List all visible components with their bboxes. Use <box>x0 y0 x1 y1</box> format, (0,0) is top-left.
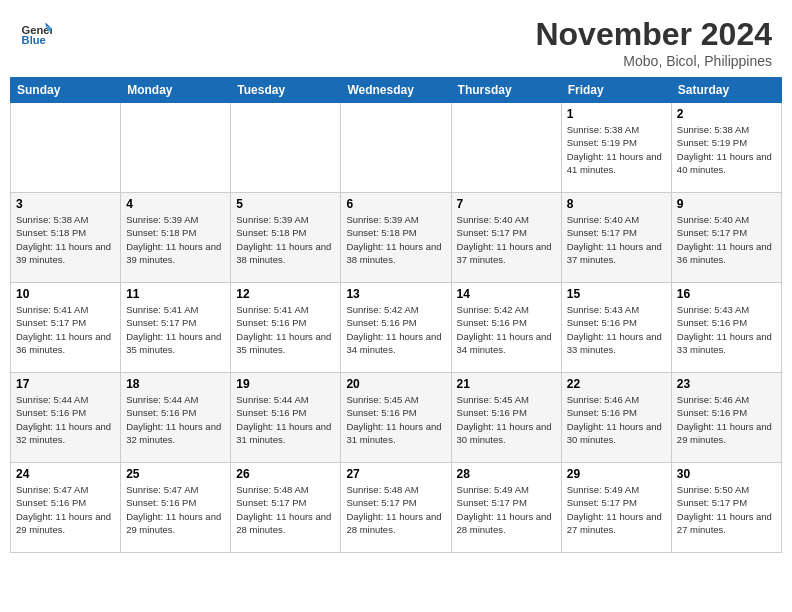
calendar-cell: 2Sunrise: 5:38 AM Sunset: 5:19 PM Daylig… <box>671 103 781 193</box>
day-detail: Sunrise: 5:44 AM Sunset: 5:16 PM Dayligh… <box>236 393 335 446</box>
day-number: 12 <box>236 287 335 301</box>
calendar-cell <box>341 103 451 193</box>
month-title: November 2024 <box>535 16 772 53</box>
day-number: 5 <box>236 197 335 211</box>
day-detail: Sunrise: 5:44 AM Sunset: 5:16 PM Dayligh… <box>16 393 115 446</box>
calendar-cell <box>451 103 561 193</box>
weekday-header-row: SundayMondayTuesdayWednesdayThursdayFrid… <box>11 78 782 103</box>
calendar-table: SundayMondayTuesdayWednesdayThursdayFrid… <box>10 77 782 553</box>
svg-text:Blue: Blue <box>22 34 46 46</box>
calendar-cell: 30Sunrise: 5:50 AM Sunset: 5:17 PM Dayli… <box>671 463 781 553</box>
day-number: 23 <box>677 377 776 391</box>
day-number: 24 <box>16 467 115 481</box>
calendar-cell: 1Sunrise: 5:38 AM Sunset: 5:19 PM Daylig… <box>561 103 671 193</box>
day-number: 13 <box>346 287 445 301</box>
day-number: 8 <box>567 197 666 211</box>
calendar-cell: 24Sunrise: 5:47 AM Sunset: 5:16 PM Dayli… <box>11 463 121 553</box>
calendar-week-5: 24Sunrise: 5:47 AM Sunset: 5:16 PM Dayli… <box>11 463 782 553</box>
day-detail: Sunrise: 5:45 AM Sunset: 5:16 PM Dayligh… <box>457 393 556 446</box>
day-detail: Sunrise: 5:46 AM Sunset: 5:16 PM Dayligh… <box>677 393 776 446</box>
day-detail: Sunrise: 5:45 AM Sunset: 5:16 PM Dayligh… <box>346 393 445 446</box>
day-number: 4 <box>126 197 225 211</box>
day-detail: Sunrise: 5:38 AM Sunset: 5:19 PM Dayligh… <box>677 123 776 176</box>
location: Mobo, Bicol, Philippines <box>535 53 772 69</box>
day-detail: Sunrise: 5:49 AM Sunset: 5:17 PM Dayligh… <box>457 483 556 536</box>
calendar-cell: 21Sunrise: 5:45 AM Sunset: 5:16 PM Dayli… <box>451 373 561 463</box>
calendar-week-3: 10Sunrise: 5:41 AM Sunset: 5:17 PM Dayli… <box>11 283 782 373</box>
day-number: 9 <box>677 197 776 211</box>
day-detail: Sunrise: 5:41 AM Sunset: 5:16 PM Dayligh… <box>236 303 335 356</box>
calendar-cell: 27Sunrise: 5:48 AM Sunset: 5:17 PM Dayli… <box>341 463 451 553</box>
calendar-cell: 19Sunrise: 5:44 AM Sunset: 5:16 PM Dayli… <box>231 373 341 463</box>
day-number: 20 <box>346 377 445 391</box>
page-header: General Blue November 2024 Mobo, Bicol, … <box>0 0 792 77</box>
day-number: 15 <box>567 287 666 301</box>
day-number: 10 <box>16 287 115 301</box>
calendar-cell: 4Sunrise: 5:39 AM Sunset: 5:18 PM Daylig… <box>121 193 231 283</box>
day-detail: Sunrise: 5:46 AM Sunset: 5:16 PM Dayligh… <box>567 393 666 446</box>
calendar-cell: 9Sunrise: 5:40 AM Sunset: 5:17 PM Daylig… <box>671 193 781 283</box>
calendar-cell: 25Sunrise: 5:47 AM Sunset: 5:16 PM Dayli… <box>121 463 231 553</box>
day-detail: Sunrise: 5:43 AM Sunset: 5:16 PM Dayligh… <box>567 303 666 356</box>
calendar-cell <box>231 103 341 193</box>
day-number: 17 <box>16 377 115 391</box>
day-detail: Sunrise: 5:50 AM Sunset: 5:17 PM Dayligh… <box>677 483 776 536</box>
day-detail: Sunrise: 5:47 AM Sunset: 5:16 PM Dayligh… <box>126 483 225 536</box>
title-section: November 2024 Mobo, Bicol, Philippines <box>535 16 772 69</box>
calendar-cell: 15Sunrise: 5:43 AM Sunset: 5:16 PM Dayli… <box>561 283 671 373</box>
day-detail: Sunrise: 5:41 AM Sunset: 5:17 PM Dayligh… <box>126 303 225 356</box>
day-number: 18 <box>126 377 225 391</box>
day-detail: Sunrise: 5:40 AM Sunset: 5:17 PM Dayligh… <box>567 213 666 266</box>
day-number: 1 <box>567 107 666 121</box>
calendar-cell: 26Sunrise: 5:48 AM Sunset: 5:17 PM Dayli… <box>231 463 341 553</box>
calendar-cell: 6Sunrise: 5:39 AM Sunset: 5:18 PM Daylig… <box>341 193 451 283</box>
day-detail: Sunrise: 5:48 AM Sunset: 5:17 PM Dayligh… <box>236 483 335 536</box>
day-detail: Sunrise: 5:39 AM Sunset: 5:18 PM Dayligh… <box>346 213 445 266</box>
calendar-week-4: 17Sunrise: 5:44 AM Sunset: 5:16 PM Dayli… <box>11 373 782 463</box>
day-detail: Sunrise: 5:44 AM Sunset: 5:16 PM Dayligh… <box>126 393 225 446</box>
calendar-cell: 29Sunrise: 5:49 AM Sunset: 5:17 PM Dayli… <box>561 463 671 553</box>
logo-icon: General Blue <box>20 16 52 48</box>
day-detail: Sunrise: 5:42 AM Sunset: 5:16 PM Dayligh… <box>346 303 445 356</box>
calendar-week-2: 3Sunrise: 5:38 AM Sunset: 5:18 PM Daylig… <box>11 193 782 283</box>
day-number: 11 <box>126 287 225 301</box>
day-number: 7 <box>457 197 556 211</box>
calendar-cell: 12Sunrise: 5:41 AM Sunset: 5:16 PM Dayli… <box>231 283 341 373</box>
weekday-header-friday: Friday <box>561 78 671 103</box>
calendar-wrapper: SundayMondayTuesdayWednesdayThursdayFrid… <box>0 77 792 563</box>
calendar-week-1: 1Sunrise: 5:38 AM Sunset: 5:19 PM Daylig… <box>11 103 782 193</box>
day-detail: Sunrise: 5:47 AM Sunset: 5:16 PM Dayligh… <box>16 483 115 536</box>
day-detail: Sunrise: 5:48 AM Sunset: 5:17 PM Dayligh… <box>346 483 445 536</box>
day-number: 27 <box>346 467 445 481</box>
calendar-cell: 18Sunrise: 5:44 AM Sunset: 5:16 PM Dayli… <box>121 373 231 463</box>
calendar-cell: 3Sunrise: 5:38 AM Sunset: 5:18 PM Daylig… <box>11 193 121 283</box>
calendar-header: SundayMondayTuesdayWednesdayThursdayFrid… <box>11 78 782 103</box>
day-detail: Sunrise: 5:38 AM Sunset: 5:19 PM Dayligh… <box>567 123 666 176</box>
weekday-header-saturday: Saturday <box>671 78 781 103</box>
day-detail: Sunrise: 5:38 AM Sunset: 5:18 PM Dayligh… <box>16 213 115 266</box>
weekday-header-tuesday: Tuesday <box>231 78 341 103</box>
weekday-header-thursday: Thursday <box>451 78 561 103</box>
weekday-header-sunday: Sunday <box>11 78 121 103</box>
day-detail: Sunrise: 5:39 AM Sunset: 5:18 PM Dayligh… <box>126 213 225 266</box>
calendar-cell <box>121 103 231 193</box>
calendar-cell: 23Sunrise: 5:46 AM Sunset: 5:16 PM Dayli… <box>671 373 781 463</box>
day-number: 6 <box>346 197 445 211</box>
calendar-cell: 20Sunrise: 5:45 AM Sunset: 5:16 PM Dayli… <box>341 373 451 463</box>
calendar-cell <box>11 103 121 193</box>
calendar-cell: 17Sunrise: 5:44 AM Sunset: 5:16 PM Dayli… <box>11 373 121 463</box>
day-detail: Sunrise: 5:39 AM Sunset: 5:18 PM Dayligh… <box>236 213 335 266</box>
day-detail: Sunrise: 5:42 AM Sunset: 5:16 PM Dayligh… <box>457 303 556 356</box>
calendar-cell: 14Sunrise: 5:42 AM Sunset: 5:16 PM Dayli… <box>451 283 561 373</box>
day-number: 16 <box>677 287 776 301</box>
day-number: 28 <box>457 467 556 481</box>
day-detail: Sunrise: 5:43 AM Sunset: 5:16 PM Dayligh… <box>677 303 776 356</box>
day-number: 3 <box>16 197 115 211</box>
day-number: 29 <box>567 467 666 481</box>
calendar-cell: 11Sunrise: 5:41 AM Sunset: 5:17 PM Dayli… <box>121 283 231 373</box>
day-number: 30 <box>677 467 776 481</box>
day-number: 2 <box>677 107 776 121</box>
calendar-cell: 16Sunrise: 5:43 AM Sunset: 5:16 PM Dayli… <box>671 283 781 373</box>
calendar-cell: 10Sunrise: 5:41 AM Sunset: 5:17 PM Dayli… <box>11 283 121 373</box>
day-detail: Sunrise: 5:49 AM Sunset: 5:17 PM Dayligh… <box>567 483 666 536</box>
